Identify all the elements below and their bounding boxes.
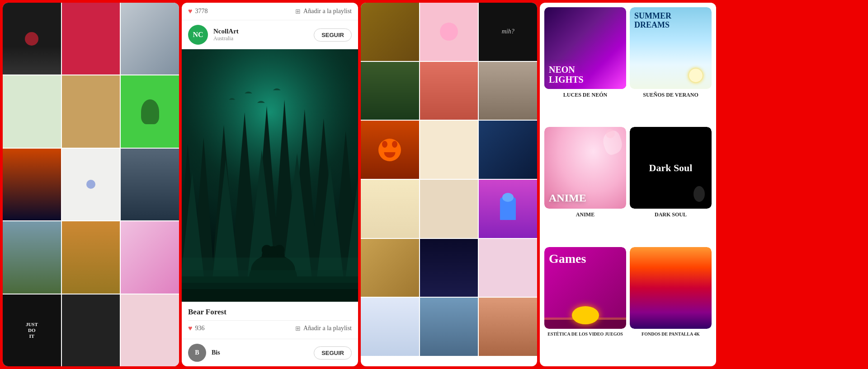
playlist-card-summer-dreams[interactable]: SUMMERDREAMS SUEÑOS DE VERANO <box>630 7 712 123</box>
playlist-thumb-fondos <box>630 247 712 329</box>
grid-cell-18[interactable] <box>479 298 537 356</box>
playlist-thumb-games: Games <box>544 247 626 329</box>
svg-rect-33 <box>182 270 358 289</box>
next-user-row: B Bis SEGUIR <box>182 339 358 366</box>
bottom-likes-count: 936 <box>195 325 205 332</box>
feed-user-row: NC NcollArt Australia SEGUIR <box>182 20 358 49</box>
mosaic-cell-13[interactable]: JUSTDOIT <box>3 294 61 366</box>
mosaic-grid: JUSTDOIT <box>3 3 179 366</box>
playlist-grid: NEONLIGHTS LUCES DE NEÓN SUMMERDREAMS SU… <box>544 7 712 362</box>
grid-cell-7[interactable] <box>361 121 419 179</box>
grid-cell-8[interactable] <box>420 121 478 179</box>
grid-cell-6[interactable] <box>479 62 537 120</box>
playlist-label-anime: ANIME <box>544 210 626 219</box>
avatar[interactable]: NC <box>188 25 208 45</box>
add-playlist-bottom[interactable]: ⊞ Añadir a la playlist <box>295 325 352 332</box>
mosaic-cell-11[interactable] <box>62 221 120 293</box>
playlist-card-dark-soul[interactable]: Dark Soul DARK SOUL <box>630 127 712 243</box>
playlist-card-neon-lights[interactable]: NEONLIGHTS LUCES DE NEÓN <box>544 7 626 123</box>
playlist-card-anime[interactable]: ANIME ANIME <box>544 127 626 243</box>
playlist-label-summer: SUEÑOS DE VERANO <box>630 91 712 99</box>
mosaic-cell-7[interactable] <box>3 149 61 220</box>
user-location: Australia <box>213 35 308 42</box>
playlist-label-fondos: FONDOS DE PANTALLA 4K <box>630 331 712 337</box>
playlist-thumb-darksoul: Dark Soul <box>630 127 712 209</box>
mosaic-cell-15[interactable] <box>121 294 179 366</box>
feed-main-image[interactable] <box>182 49 358 302</box>
next-follow-button[interactable]: SEGUIR <box>314 346 352 360</box>
grid-cell-17[interactable] <box>420 298 478 356</box>
feed-image-title: Bear Forest <box>188 308 352 317</box>
follow-button[interactable]: SEGUIR <box>314 28 352 42</box>
grid-cell-4[interactable] <box>361 62 419 120</box>
grid-cell-1[interactable] <box>361 3 419 61</box>
feed-top-bar: ♥ 3778 ⊞ Añadir a la playlist <box>182 3 358 20</box>
next-user-info: Bis <box>212 349 308 356</box>
grid-cell-5[interactable] <box>420 62 478 120</box>
mosaic-cell-1[interactable] <box>3 3 61 75</box>
playlist-thumb-summer: SUMMERDREAMS <box>630 7 712 89</box>
grid-cell-11[interactable] <box>420 180 478 238</box>
grid-cell-12[interactable] <box>479 180 537 238</box>
mosaic-cell-8[interactable] <box>62 149 120 220</box>
panel-image-grid: mih? <box>361 3 537 366</box>
next-user-initial: B <box>195 349 199 356</box>
next-user-avatar: B <box>188 344 206 362</box>
mosaic-cell-9[interactable] <box>121 149 179 220</box>
feed-bottom-bar: Bear Forest ♥ 936 ⊞ Añadir a la playlist <box>182 302 358 339</box>
feed-bottom-actions: ♥ 936 ⊞ Añadir a la playlist <box>188 320 352 336</box>
playlist-label-neon: LUCES DE NEÓN <box>544 91 626 99</box>
grid-cell-10[interactable] <box>361 180 419 238</box>
playlist-label-games: ESTÉTICA DE LOS VIDEO JUEGOS <box>544 331 626 338</box>
panel-playlists: NEONLIGHTS LUCES DE NEÓN SUMMERDREAMS SU… <box>540 3 716 366</box>
grid-cell-15[interactable] <box>479 239 537 297</box>
grid-cell-2[interactable] <box>420 3 478 61</box>
playlist-card-games[interactable]: Games ESTÉTICA DE LOS VIDEO JUEGOS <box>544 247 626 362</box>
mosaic-cell-2[interactable] <box>62 3 120 75</box>
playlist-card-fondos-4k[interactable]: FONDOS DE PANTALLA 4K <box>630 247 712 362</box>
mosaic-cell-10[interactable] <box>3 221 61 293</box>
mosaic-cell-4[interactable] <box>3 75 61 147</box>
grid-cell-13[interactable] <box>361 239 419 297</box>
avatar-initials: NC <box>193 31 203 39</box>
feed-top-likes[interactable]: ♥ 3778 <box>188 7 208 15</box>
user-info: NcollArt Australia <box>213 28 308 42</box>
likes-count: 3778 <box>195 8 208 15</box>
grid-cell-3[interactable]: mih? <box>479 3 537 61</box>
mosaic-cell-5[interactable] <box>62 75 120 147</box>
mosaic-cell-14[interactable] <box>62 294 120 366</box>
svg-point-27 <box>274 245 284 255</box>
add-to-playlist-top[interactable]: ⊞ Añadir a la playlist <box>295 8 352 15</box>
heart-icon: ♥ <box>188 7 193 15</box>
playlist-label-darksoul: DARK SOUL <box>630 210 712 219</box>
panel-feed-card: ♥ 3778 ⊞ Añadir a la playlist NC NcollAr… <box>182 3 358 366</box>
grid-cell-9[interactable] <box>479 121 537 179</box>
heart-icon-bottom: ♥ <box>188 324 193 332</box>
next-user-name: Bis <box>212 349 308 356</box>
add-playlist-label-top: Añadir a la playlist <box>303 8 352 15</box>
mosaic-cell-3[interactable] <box>121 3 179 75</box>
grid-cell-16[interactable] <box>361 298 419 356</box>
svg-point-26 <box>262 245 272 255</box>
add-playlist-label-bottom: Añadir a la playlist <box>303 325 352 332</box>
panel-left-mosaic: JUSTDOIT <box>3 3 179 366</box>
grid-cell-14[interactable] <box>420 239 478 297</box>
image-grid: mih? <box>361 3 537 356</box>
playlist-icon-bottom: ⊞ <box>295 325 301 332</box>
mosaic-cell-6[interactable] <box>121 75 179 147</box>
mosaic-cell-12[interactable] <box>121 221 179 293</box>
user-name: NcollArt <box>213 28 308 35</box>
playlist-icon-top: ⊞ <box>295 8 301 15</box>
playlist-thumb-anime: ANIME <box>544 127 626 209</box>
feed-bottom-likes[interactable]: ♥ 936 <box>188 324 205 332</box>
playlist-thumb-neon: NEONLIGHTS <box>544 7 626 89</box>
